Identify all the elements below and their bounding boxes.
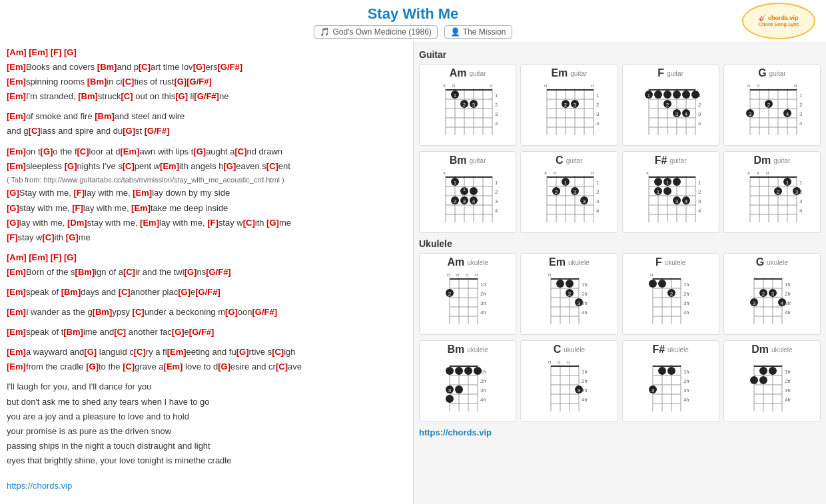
chord-g-guitar: G guitar o o o [723,64,821,146]
bottom-url[interactable]: https://chords.vip [7,479,406,493]
svg-text:2fr: 2fr [683,378,690,384]
lyric-line-22: passing ships in the night a touch distr… [7,439,406,453]
svg-text:o: o [567,359,570,365]
svg-text:3: 3 [578,300,581,306]
lyric-line-8: [G]Stay with me, [F]lay with me, [Em]lay… [7,186,406,200]
svg-text:3fr: 3fr [480,387,487,393]
svg-text:1fr: 1fr [698,180,701,186]
svg-point-117 [470,187,478,195]
svg-text:x: x [757,170,759,176]
svg-point-348 [759,367,767,375]
svg-text:3: 3 [675,111,678,117]
svg-text:2: 2 [767,102,771,108]
svg-point-332 [667,367,675,375]
ukulele-chord-grid-2: Bm ukulele 1fr 2fr [419,340,821,422]
lyric-line-21: your promise is as pure as the driven sn… [7,424,406,439]
svg-point-172 [663,187,671,195]
lyric-line-14: [Em]I wander as the g[Bm]ypsy [C]under a… [7,305,406,320]
chord-line-1: [Am] [Em] [F] [G] [7,45,406,60]
guitar-chord-grid: Am guitar x o o [419,64,821,146]
svg-text:1fr: 1fr [799,180,802,186]
fsharp-ukulele-fretboard: 1fr 2fr 3fr 4fr 3 [647,357,694,417]
svg-text:3fr: 3fr [480,300,487,306]
lyric-line-3: [Em]I'm stranded, [Bm]struck[C] out on t… [7,89,406,104]
svg-text:2fr: 2fr [480,291,487,297]
svg-text:1fr: 1fr [683,282,690,288]
svg-text:1fr: 1fr [596,180,599,186]
page-title: Stay With Me [0,5,826,23]
lyric-line-18: I'll laugh for you, and I'll dance for y… [7,379,406,394]
svg-text:1: 1 [454,180,457,186]
music-icon: 🎵 [320,27,330,37]
svg-text:3fr: 3fr [799,111,802,117]
svg-point-350 [750,376,758,384]
svg-text:2: 2 [669,291,673,297]
svg-text:2fr: 2fr [495,189,498,195]
artist-badge[interactable]: 👤 The Mission [444,25,512,39]
svg-text:2fr: 2fr [683,291,690,297]
svg-text:1: 1 [786,180,789,186]
svg-text:o: o [650,272,653,278]
svg-text:1fr: 1fr [596,93,599,99]
svg-text:3: 3 [574,102,577,108]
svg-text:4: 4 [684,111,687,117]
badge-row: 🎵 God's Own Medicine (1986) 👤 The Missio… [0,25,826,39]
svg-text:2: 2 [777,189,780,195]
svg-point-331 [658,367,666,375]
chord-am-ukulele: Am ukulele o o o o [419,253,516,335]
svg-text:1fr: 1fr [683,369,690,375]
svg-text:4fr: 4fr [596,208,599,214]
album-badge[interactable]: 🎵 God's Own Medicine (1986) [314,25,437,39]
svg-text:4fr: 4fr [596,121,599,126]
svg-point-255 [658,280,666,288]
chords-panel-url[interactable]: https://chords.vip [419,427,821,437]
lyric-line-11: [F]stay w[C]ith [G]me [7,230,406,245]
svg-text:2fr: 2fr [698,189,701,195]
svg-text:o: o [447,272,450,278]
svg-text:o: o [591,170,594,176]
lyric-line-15: [Em]speak of t[Bm]ime and[C] another fac… [7,325,406,340]
c-guitar-fretboard: x o o 1fr [539,168,599,228]
site-logo[interactable]: 🎸 chords.vip Chord Song Lyric [742,3,815,39]
svg-text:4fr: 4fr [698,121,701,126]
dm-ukulele-fretboard: 1fr 2fr 3fr 4fr [749,357,795,417]
lyric-line-13: [Em]speak of [Bm]days and [C]another pla… [7,285,406,300]
svg-text:3: 3 [574,189,577,195]
g-guitar-fretboard: o o o 1fr [742,81,802,140]
svg-text:2fr: 2fr [698,102,701,108]
guitar-chord-grid-2: Bm guitar x [419,151,821,233]
svg-point-168 [673,178,681,186]
chord-bm-ukulele: Bm ukulele 1fr 2fr [419,340,516,422]
lyric-line-5: and g[C]lass and spire and du[G]st [G/F#… [7,124,406,138]
svg-point-166 [654,178,662,186]
lyric-line-1: [Em]Books and covers [Bm]and p[C]art tim… [7,60,406,75]
chord-bm-guitar: Bm guitar x [419,151,516,233]
svg-text:o: o [554,170,557,176]
svg-text:o: o [766,170,769,176]
svg-text:4: 4 [472,198,476,204]
svg-text:3: 3 [749,111,752,117]
svg-text:3: 3 [675,198,678,204]
lyric-line-7: [Em]sleepless [G]nights I've s[C]pent w[… [7,159,406,174]
svg-text:o: o [591,83,594,89]
lyric-line-23: eyes that brightly shine, your love toni… [7,453,406,468]
svg-text:1: 1 [647,93,650,98]
svg-text:3fr: 3fr [683,387,690,393]
lyric-line-2: [Em]spinning rooms [Bm]in ci[C]ties of r… [7,75,406,89]
svg-text:2: 2 [463,102,466,108]
guitar-section-label: Guitar [419,49,821,60]
svg-text:1fr: 1fr [582,369,588,375]
svg-point-235 [566,280,574,288]
album-label: God's Own Medicine (1986) [332,27,431,37]
svg-text:3: 3 [472,102,476,108]
chord-dm-ukulele: Dm ukulele 1fr 2fr [723,340,821,422]
chord-f-ukulele: F ukulele o 1fr [622,253,719,335]
svg-text:o: o [544,83,548,89]
svg-text:o: o [558,359,561,365]
svg-text:3: 3 [753,300,756,306]
svg-text:1: 1 [656,189,659,195]
svg-text:2fr: 2fr [596,189,599,195]
svg-text:o: o [548,359,552,365]
g-ukulele-fretboard: 1fr 2fr 3fr 4fr 2 3 4 3 [749,270,795,330]
svg-text:3fr: 3fr [495,198,498,204]
